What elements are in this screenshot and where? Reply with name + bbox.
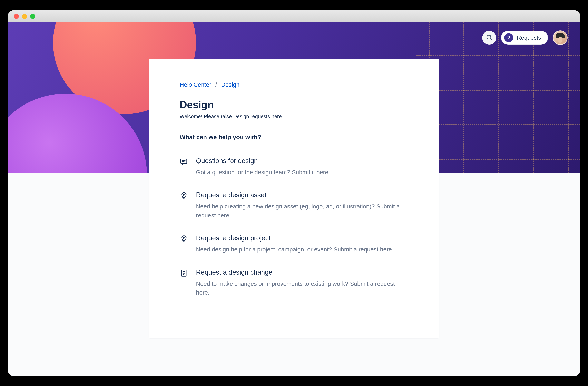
request-item-questions[interactable]: Questions for design Got a question for … xyxy=(180,157,408,177)
request-item-change[interactable]: Request a design change Need to make cha… xyxy=(180,268,408,297)
requests-label: Requests xyxy=(517,35,541,41)
window-titlebar xyxy=(8,10,580,22)
app-window: 2 Requests Help Center / Design Design W… xyxy=(8,10,580,376)
request-content: Request a design asset Need help creatin… xyxy=(196,191,408,220)
breadcrumb: Help Center / Design xyxy=(180,81,408,88)
request-title: Questions for design xyxy=(196,157,408,165)
page-subtitle: Welcome! Please raise Design requests he… xyxy=(180,114,408,120)
section-heading: What can we help you with? xyxy=(180,134,408,141)
avatar[interactable] xyxy=(553,30,567,45)
search-icon xyxy=(486,34,493,42)
svg-point-6 xyxy=(183,237,184,238)
document-icon xyxy=(180,269,188,277)
page-title: Design xyxy=(180,99,408,111)
request-content: Request a design project Need design hel… xyxy=(196,234,408,254)
chat-icon xyxy=(180,158,188,166)
window-close-button[interactable] xyxy=(14,14,19,19)
window-maximize-button[interactable] xyxy=(30,14,35,19)
svg-point-5 xyxy=(183,194,184,195)
requests-count-badge: 2 xyxy=(504,33,513,42)
request-title: Request a design change xyxy=(196,268,408,276)
search-button[interactable] xyxy=(482,31,496,45)
request-title: Request a design asset xyxy=(196,191,408,199)
request-content: Request a design change Need to make cha… xyxy=(196,268,408,297)
request-content: Questions for design Got a question for … xyxy=(196,157,408,177)
request-list: Questions for design Got a question for … xyxy=(180,157,408,297)
request-title: Request a design project xyxy=(196,234,408,242)
breadcrumb-root-link[interactable]: Help Center xyxy=(180,81,211,88)
content-area: 2 Requests Help Center / Design Design W… xyxy=(8,22,580,376)
request-desc: Need help creating a new design asset (e… xyxy=(196,202,408,220)
request-desc: Need design help for a project, campaign… xyxy=(196,245,408,254)
topbar: 2 Requests xyxy=(482,30,567,45)
window-minimize-button[interactable] xyxy=(22,14,27,19)
request-desc: Need to make changes or improvements to … xyxy=(196,280,408,297)
svg-point-0 xyxy=(487,35,491,39)
breadcrumb-current-link[interactable]: Design xyxy=(221,81,239,88)
requests-button[interactable]: 2 Requests xyxy=(501,31,548,45)
lightbulb-icon xyxy=(180,235,188,243)
svg-rect-2 xyxy=(181,159,187,163)
request-item-project[interactable]: Request a design project Need design hel… xyxy=(180,234,408,254)
request-desc: Got a question for the design team? Subm… xyxy=(196,168,408,177)
main-card: Help Center / Design Design Welcome! Ple… xyxy=(149,59,439,338)
breadcrumb-separator: / xyxy=(215,81,217,88)
request-item-asset[interactable]: Request a design asset Need help creatin… xyxy=(180,191,408,220)
svg-line-1 xyxy=(490,38,492,40)
lightbulb-icon xyxy=(180,192,188,200)
